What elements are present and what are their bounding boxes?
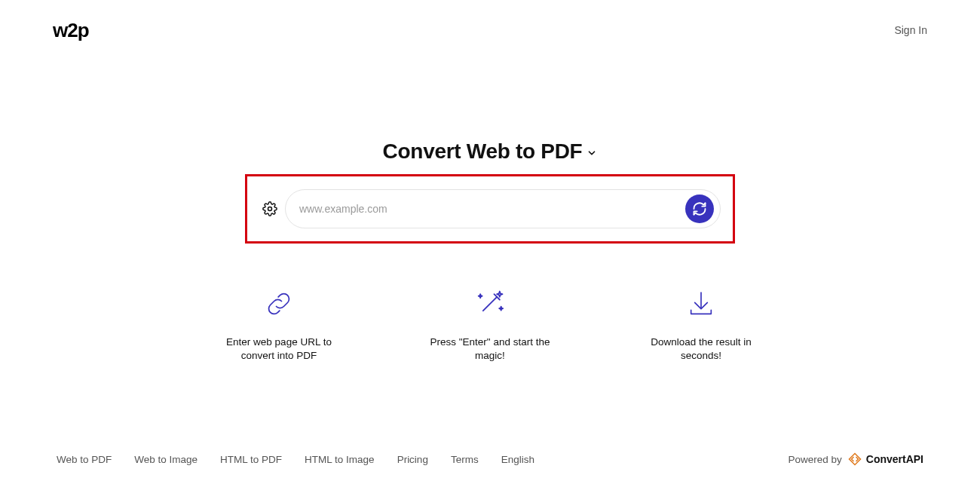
- footer-link-web-to-pdf[interactable]: Web to PDF: [57, 454, 112, 465]
- convert-button[interactable]: [685, 195, 714, 223]
- step-text: Download the result in seconds!: [637, 335, 765, 363]
- footer-link-terms[interactable]: Terms: [451, 454, 479, 465]
- download-icon: [686, 289, 716, 319]
- step-download: Download the result in seconds!: [637, 289, 765, 363]
- magic-wand-icon: [473, 289, 507, 319]
- footer-link-pricing[interactable]: Pricing: [397, 454, 428, 465]
- svg-point-0: [268, 207, 272, 211]
- main: Convert Web to PDF: [0, 0, 980, 481]
- footer-link-html-to-pdf[interactable]: HTML to PDF: [220, 454, 282, 465]
- steps-row: Enter web page URL to convert into PDF P…: [215, 289, 765, 363]
- link-icon: [263, 289, 295, 319]
- footer-links: Web to PDF Web to Image HTML to PDF HTML…: [57, 454, 534, 465]
- step-magic: Press "Enter" and start the magic!: [426, 289, 554, 363]
- chevron-down-icon[interactable]: [586, 148, 597, 158]
- settings-button[interactable]: [262, 201, 277, 216]
- refresh-icon: [692, 201, 707, 216]
- footer: Web to PDF Web to Image HTML to PDF HTML…: [0, 452, 980, 466]
- gear-icon: [262, 201, 277, 216]
- svg-line-1: [483, 297, 497, 311]
- step-enter-url: Enter web page URL to convert into PDF: [215, 289, 343, 363]
- powered-by-label: Powered by: [788, 454, 841, 465]
- footer-link-language[interactable]: English: [501, 454, 534, 465]
- brand-link[interactable]: ConvertAPI: [848, 452, 923, 466]
- brand-name: ConvertAPI: [866, 453, 923, 465]
- footer-link-html-to-image[interactable]: HTML to Image: [305, 454, 375, 465]
- url-bar: [285, 189, 721, 228]
- powered-by: Powered by ConvertAPI: [788, 452, 923, 466]
- step-text: Press "Enter" and start the magic!: [426, 335, 554, 363]
- page-title[interactable]: Convert Web to PDF: [383, 139, 583, 164]
- step-text: Enter web page URL to convert into PDF: [215, 335, 343, 363]
- footer-link-web-to-image[interactable]: Web to Image: [134, 454, 198, 465]
- url-input[interactable]: [299, 203, 678, 215]
- title-row: Convert Web to PDF: [383, 139, 598, 164]
- url-section-highlight: [245, 174, 735, 244]
- brand-logo-icon: [848, 452, 862, 466]
